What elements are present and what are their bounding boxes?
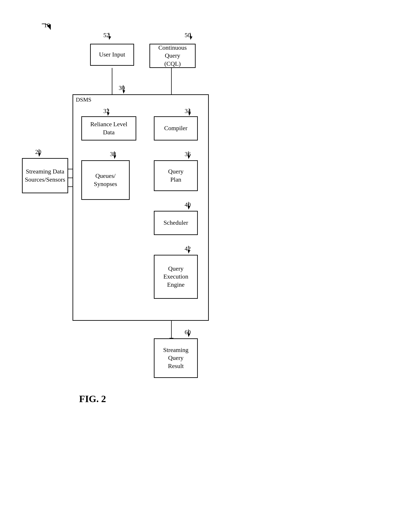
query-plan-box: Query Plan <box>154 160 198 191</box>
continuous-query-box: Continuous Query (CQL) <box>150 44 196 68</box>
scheduler-box: Scheduler <box>154 211 198 235</box>
query-execution-engine-box: Query Execution Engine <box>154 255 198 299</box>
reliance-level-box: Reliance Level Data <box>81 116 136 140</box>
user-input-box: User Input <box>90 44 134 66</box>
streaming-data-box: Streaming Data Sources/Sensors <box>22 158 68 193</box>
figure-label: FIG. 2 <box>79 393 106 404</box>
compiler-box: Compiler <box>154 116 198 140</box>
dsms-label: DSMS <box>76 96 91 103</box>
diagram: 10 52 50 <box>18 19 237 481</box>
streaming-result-box: Streaming Query Result <box>154 338 198 378</box>
queues-synopses-box: Queues/ Synopses <box>81 160 130 200</box>
page: 10 52 50 <box>0 0 420 505</box>
